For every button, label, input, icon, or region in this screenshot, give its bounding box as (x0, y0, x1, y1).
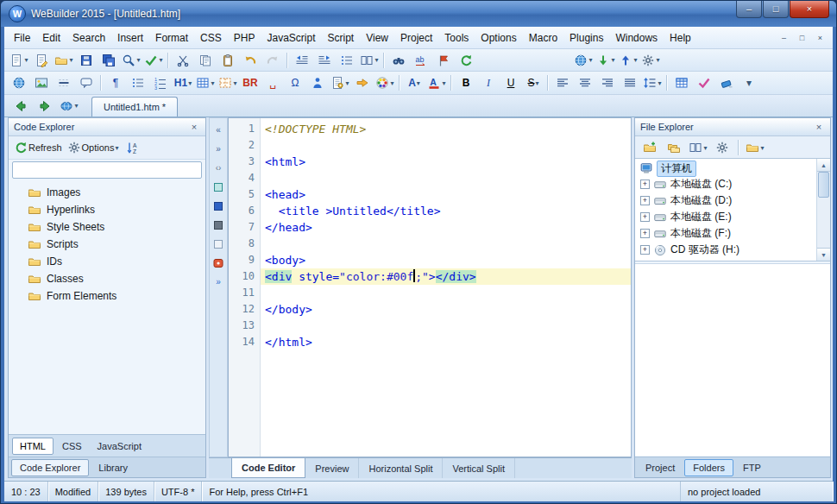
drive-item[interactable]: +本地磁盘 (F:) (635, 225, 830, 242)
tab-folders[interactable]: Folders (684, 459, 733, 476)
maximize-button[interactable]: □ (763, 1, 789, 18)
folder-copy-button[interactable] (664, 138, 684, 157)
insert-horizontal-rule-button[interactable] (53, 73, 74, 92)
insert-comment-button[interactable] (76, 73, 97, 92)
align-center-button[interactable] (575, 73, 595, 92)
redo-button[interactable] (262, 51, 283, 70)
menu-format[interactable]: Format (149, 29, 194, 47)
tab-code-explorer[interactable]: Code Explorer (11, 459, 89, 476)
scrollbar-thumb[interactable] (818, 172, 829, 198)
code-area[interactable]: <!DOCTYPE HTML><html><head> <title >Unti… (261, 118, 631, 457)
insert-form-button[interactable]: ▾ (217, 73, 238, 92)
tab-code-editor[interactable]: Code Editor (231, 458, 305, 478)
find-button[interactable] (388, 51, 409, 70)
options-button[interactable]: Options▾ (66, 138, 120, 157)
preview-in-browser-button[interactable]: ▾ (573, 51, 594, 70)
tab-preview[interactable]: Preview (305, 458, 359, 478)
code-snippets-button[interactable] (337, 51, 357, 70)
bookmark-button[interactable] (433, 51, 454, 70)
insert-numbered-list-button[interactable]: 123 (150, 73, 171, 92)
code-cleaner-button[interactable] (716, 73, 737, 92)
insert-nbsp-button[interactable]: ␣ (262, 73, 283, 92)
code-line[interactable] (261, 318, 631, 334)
menu-windows[interactable]: Windows (609, 29, 664, 47)
accessibility-check-button[interactable] (307, 73, 328, 92)
mdi-minimize-button[interactable]: – (775, 31, 793, 45)
expand-icon[interactable]: + (640, 245, 650, 255)
sort-button[interactable]: AZ (123, 138, 143, 157)
menu-insert[interactable]: Insert (111, 29, 149, 47)
prev-tag-button[interactable]: « (211, 123, 226, 137)
expand-icon[interactable]: + (640, 212, 650, 222)
quick-preview-button[interactable]: ▾ (121, 51, 142, 70)
mdi-restore-button[interactable]: □ (793, 31, 811, 45)
tab-html[interactable]: HTML (12, 438, 53, 455)
code-line[interactable] (261, 170, 631, 186)
mdi-close-button[interactable]: × (811, 31, 829, 45)
expand-icon[interactable]: + (640, 196, 650, 205)
code-line[interactable] (261, 285, 631, 301)
clip-text-button[interactable] (211, 236, 226, 251)
clip-html-button[interactable] (211, 180, 226, 194)
menu-view[interactable]: View (360, 29, 394, 47)
explorer-settings-button[interactable] (712, 138, 733, 157)
save-file-button[interactable] (76, 51, 97, 70)
code-line[interactable] (261, 236, 631, 252)
italic-button[interactable]: I (478, 73, 499, 92)
insert-paragraph-button[interactable]: ¶ (105, 73, 126, 92)
vertical-scrollbar[interactable]: ▲ ▼ (816, 159, 830, 261)
expand-icon[interactable]: + (640, 229, 650, 238)
error-marker-button[interactable] (211, 255, 226, 270)
expand-icon[interactable]: + (640, 180, 650, 189)
code-line[interactable]: <html> (261, 154, 631, 170)
paste-button[interactable] (217, 51, 238, 70)
tree-item-ids[interactable]: IDs (9, 253, 205, 270)
tag-pair-button[interactable]: ‹› (211, 161, 226, 175)
tree-item-hyperlinks[interactable]: Hyperlinks (9, 201, 205, 218)
code-line[interactable]: </head> (261, 219, 631, 236)
tab-ftp[interactable]: FTP (735, 460, 769, 476)
scroll-down-icon[interactable]: ▼ (817, 248, 830, 261)
tree-item-classes[interactable]: Classes (9, 270, 205, 287)
menu-project[interactable]: Project (394, 29, 438, 47)
unindent-button[interactable] (292, 51, 312, 70)
align-left-button[interactable] (552, 73, 573, 92)
validate-markup-button[interactable] (694, 73, 714, 92)
insert-image-button[interactable] (31, 73, 52, 92)
back-button[interactable] (9, 97, 32, 116)
insert-table-button[interactable]: ▾ (195, 73, 216, 92)
tree-item-images[interactable]: Images (9, 184, 205, 201)
view-style-button[interactable]: ▾ (688, 138, 708, 157)
align-justify-button[interactable] (620, 73, 640, 92)
align-right-button[interactable] (597, 73, 618, 92)
menu-edit[interactable]: Edit (36, 29, 66, 47)
strikethrough-button[interactable]: S▾ (523, 73, 544, 92)
menu-plugins[interactable]: Plugins (563, 29, 609, 47)
close-icon[interactable]: × (813, 122, 825, 132)
new-from-template-button[interactable] (31, 51, 52, 70)
close-button[interactable]: × (790, 1, 829, 18)
menu-php[interactable]: PHP (228, 29, 261, 47)
browser-view-button[interactable]: ▾ (58, 97, 80, 116)
undo-button[interactable] (240, 51, 261, 70)
code-line[interactable]: <!DOCTYPE HTML> (261, 121, 631, 137)
code-line[interactable]: </html> (261, 334, 631, 350)
new-document-button[interactable]: ▾ (9, 51, 29, 70)
more-tools-button[interactable]: ▾ (640, 51, 661, 70)
open-file-button[interactable]: ▾ (53, 51, 74, 70)
insert-bullet-list-button[interactable] (128, 73, 148, 92)
code-line[interactable]: <title >Untitled</title> (261, 203, 631, 219)
drive-item[interactable]: +CD 驱动器 (H:) (635, 242, 830, 258)
spell-check-button[interactable]: ▾ (143, 51, 164, 70)
insert-line-break-button[interactable]: BR (240, 73, 261, 92)
menu-macro[interactable]: Macro (523, 29, 563, 47)
line-spacing-button[interactable]: ▾ (642, 73, 663, 92)
minimize-button[interactable]: – (736, 1, 762, 18)
file-list-pane[interactable] (635, 263, 830, 456)
insert-script-button[interactable]: ▾ (330, 73, 350, 92)
favorite-folders-button[interactable]: ▾ (745, 138, 765, 157)
close-icon[interactable]: × (188, 122, 200, 132)
edit-table-button[interactable] (671, 73, 692, 92)
color-picker-button[interactable]: ▾ (374, 73, 395, 92)
tree-item-style-sheets[interactable]: Style Sheets (9, 218, 205, 236)
